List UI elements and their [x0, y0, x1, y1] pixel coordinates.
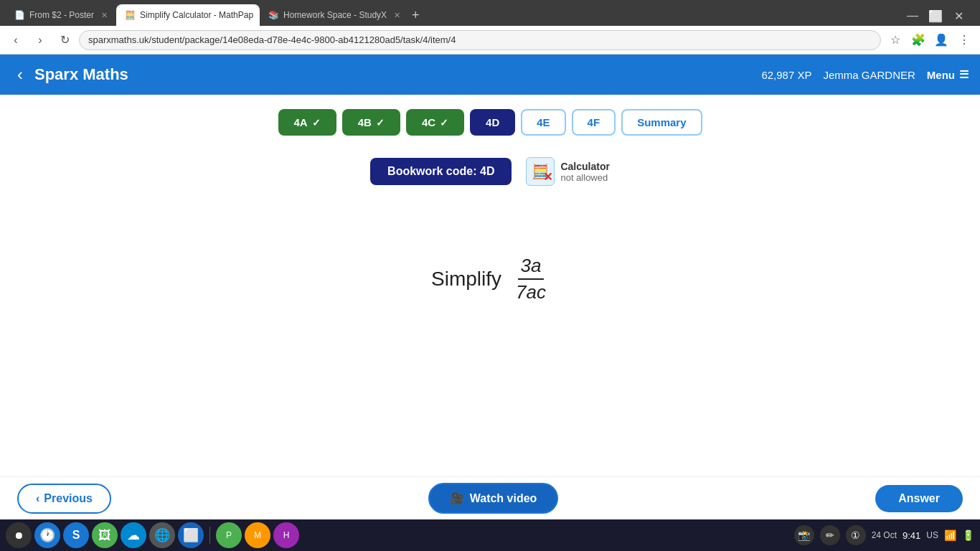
taskbar-icon-circle[interactable]: ⏺	[6, 522, 32, 548]
menu-button[interactable]: Menu ☰	[927, 68, 969, 81]
task-tab-4c[interactable]: 4C ✓	[406, 109, 464, 136]
task-tabs: 4A ✓ 4B ✓ 4C ✓ 4D 4E 4F Summary	[0, 95, 980, 143]
locale-info: US	[926, 530, 938, 540]
taskbar-icon-cloud[interactable]: ☁	[121, 522, 146, 548]
checkmark-icon: ✓	[376, 117, 385, 128]
checkmark-icon: ✓	[440, 117, 448, 128]
taskbar-icon-clock[interactable]: 🕐	[34, 522, 60, 548]
bookwork-row: Bookwork code: 4D 🧮 ✕ Calculator not all…	[0, 151, 980, 200]
address-bar-row: ‹ › ↻ ☆ 🧩 👤 ⋮	[0, 26, 980, 55]
user-name: Jemma GARDNER	[823, 69, 915, 81]
taskbar-datetime: 24 Oct	[872, 530, 897, 540]
xp-display: 62,987 XP	[761, 69, 811, 81]
task-tab-4f[interactable]: 4F	[572, 109, 616, 136]
back-navigation-button[interactable]: ‹	[6, 30, 26, 50]
hamburger-icon: ☰	[959, 68, 969, 81]
forward-navigation-button[interactable]: ›	[30, 30, 50, 50]
task-tab-4b[interactable]: 4B ✓	[342, 109, 400, 136]
taskbar: ⏺ 🕐 S 🖼 ☁ 🌐 ⬜ P M H 📸 ✏ ① 24 Oct 9:41 US…	[0, 519, 980, 551]
previous-button[interactable]: ‹ Previous	[17, 484, 111, 514]
browser-action-icons: ☆ 🧩 👤 ⋮	[885, 30, 974, 50]
header-right: 62,987 XP Jemma GARDNER Menu ☰	[761, 68, 969, 81]
browser-tabs-bar: 📄 From $2 - Poster ✕ 🧮 Simplify Calculat…	[0, 0, 980, 26]
tab-favicon: 🧮	[125, 10, 136, 20]
close-button[interactable]: ✕	[948, 6, 969, 26]
taskbar-icon-mathpap[interactable]: M	[245, 522, 270, 548]
question-area: Simplify 3a 7ac	[0, 200, 980, 358]
calculator-icon: 🧮 ✕	[526, 157, 555, 186]
task-tab-4e[interactable]: 4E	[521, 109, 565, 136]
math-question: Simplify 3a 7ac	[431, 255, 549, 303]
calculator-status: Calculator not allowed	[560, 161, 609, 183]
taskbar-icon-image[interactable]: 🖼	[92, 522, 118, 548]
task-tab-summary[interactable]: Summary	[621, 109, 702, 136]
tab-close-icon[interactable]: ✕	[394, 11, 400, 20]
minimize-button[interactable]: —	[903, 6, 923, 26]
answer-button[interactable]: Answer	[875, 485, 963, 512]
tab-favicon: 📚	[268, 10, 279, 20]
new-tab-button[interactable]: +	[403, 4, 428, 26]
address-input[interactable]	[79, 30, 881, 50]
bookmark-icon[interactable]: ☆	[885, 30, 905, 50]
app-title: Sparx Maths	[34, 65, 761, 84]
app-header: ‹ Sparx Maths 62,987 XP Jemma GARDNER Me…	[0, 55, 980, 95]
extension-icon[interactable]: 🧩	[908, 30, 928, 50]
taskbar-icon-studyx[interactable]: H	[273, 522, 299, 548]
video-camera-icon: 🎥	[450, 491, 464, 505]
no-calculator-icon: ✕	[543, 170, 552, 184]
content-area: Bookwork code: 4D 🧮 ✕ Calculator not all…	[0, 143, 980, 367]
profile-icon[interactable]: 👤	[931, 30, 951, 50]
wifi-icon: 📶	[944, 529, 956, 541]
notification-icon[interactable]: ①	[846, 525, 866, 545]
chevron-left-icon: ‹	[36, 492, 39, 505]
fraction: 3a 7ac	[513, 255, 549, 303]
back-button[interactable]: ‹	[11, 62, 29, 88]
bottom-bar: ‹ Previous 🎥 Watch video Answer	[0, 476, 980, 519]
fraction-numerator: 3a	[518, 255, 545, 280]
task-tab-4a[interactable]: 4A ✓	[278, 109, 336, 136]
calculator-info: 🧮 ✕ Calculator not allowed	[526, 157, 609, 186]
tab-favicon: 📄	[14, 10, 25, 20]
tab-poster[interactable]: 📄 From $2 - Poster ✕	[6, 4, 116, 26]
taskbar-icon-window[interactable]: ⬜	[178, 522, 204, 548]
fraction-denominator: 7ac	[513, 280, 549, 303]
taskbar-time: 9:41	[903, 530, 920, 541]
maximize-button[interactable]: ⬜	[925, 6, 946, 26]
taskbar-right: 📸 ✏ ① 24 Oct 9:41 US 📶 🔋	[794, 525, 974, 545]
task-tab-4d[interactable]: 4D	[470, 109, 515, 136]
pen-icon[interactable]: ✏	[820, 525, 840, 545]
more-options-icon[interactable]: ⋮	[954, 30, 974, 50]
checkmark-icon: ✓	[312, 117, 321, 128]
watch-video-button[interactable]: 🎥 Watch video	[428, 483, 559, 514]
screenshot-icon[interactable]: 📸	[794, 525, 814, 545]
taskbar-icon-poster[interactable]: P	[216, 522, 242, 548]
taskbar-icon-globe[interactable]: 🌐	[149, 522, 175, 548]
bookwork-code-badge: Bookwork code: 4D	[370, 158, 512, 185]
tab-close-icon[interactable]: ✕	[101, 11, 108, 20]
battery-icon: 🔋	[962, 529, 974, 541]
tab-homework-space[interactable]: 📚 Homework Space - StudyX ✕	[260, 4, 403, 26]
reload-button[interactable]: ↻	[55, 30, 75, 50]
taskbar-icon-s[interactable]: S	[63, 522, 89, 548]
tab-simplify-calc[interactable]: 🧮 Simplify Calculator - MathPap ✕	[116, 4, 260, 26]
